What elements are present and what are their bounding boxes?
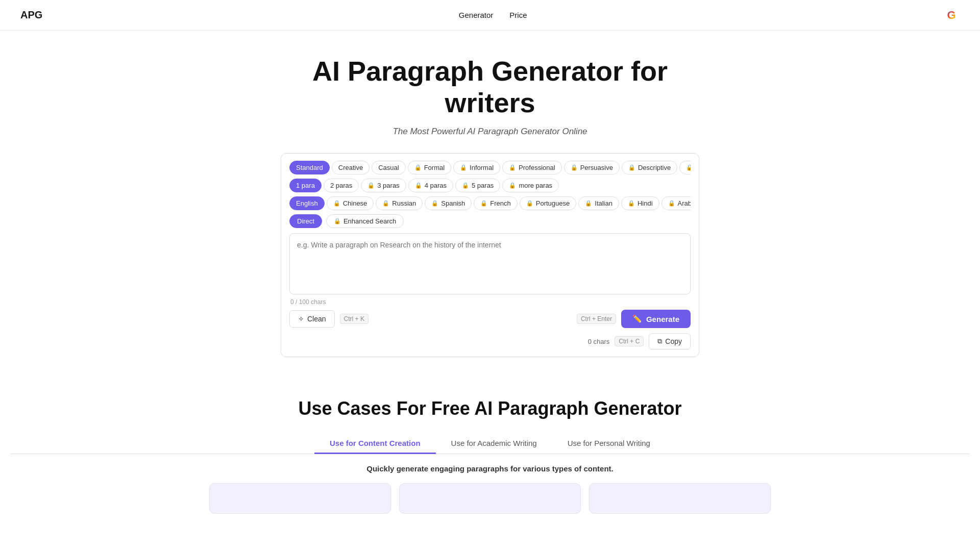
- lang-btn-arabic[interactable]: 🔒 Arabic: [662, 196, 691, 210]
- style-tab-persuasive[interactable]: 🔒 Persuasive: [564, 161, 620, 174]
- use-tab-content[interactable]: Use for Content Creation: [314, 434, 436, 454]
- para-tabs-row: 1 para 2 paras 🔒 3 paras 🔒 4 paras 🔒 5 p…: [289, 179, 691, 192]
- clean-shortcut: Ctrl + K: [340, 314, 369, 324]
- use-card-1: [209, 483, 391, 514]
- prompt-input[interactable]: [289, 233, 691, 294]
- lang-btn-chinese[interactable]: 🔒 Chinese: [327, 196, 374, 210]
- para-btn-3[interactable]: 🔒 3 paras: [361, 179, 406, 192]
- nav-generator[interactable]: Generator: [459, 11, 494, 19]
- lang-btn-french[interactable]: 🔒 French: [474, 196, 517, 210]
- generator-widget: Standard Creative Casual 🔒 Formal 🔒 Info…: [281, 153, 699, 357]
- app-logo[interactable]: APG: [20, 9, 42, 21]
- para-btn-4[interactable]: 🔒 4 paras: [408, 179, 453, 192]
- use-case-description: Quickly generate engaging paragraphs for…: [10, 464, 970, 473]
- copy-shortcut: Ctrl + C: [615, 336, 644, 346]
- lang-btn-spanish[interactable]: 🔒 Spanish: [425, 196, 472, 210]
- lang-tabs-row: English 🔒 Chinese 🔒 Russian 🔒 Spanish 🔒 …: [289, 196, 691, 210]
- char-count: 0 / 100 chars: [289, 298, 691, 306]
- use-card-2: [399, 483, 581, 514]
- style-tabs-row: Standard Creative Casual 🔒 Formal 🔒 Info…: [289, 161, 691, 174]
- para-btn-more[interactable]: 🔒 more paras: [502, 179, 559, 192]
- generate-shortcut: Ctrl + Enter: [577, 314, 616, 324]
- style-tab-casual[interactable]: Casual: [372, 161, 405, 174]
- action-row: ✧ Clean Ctrl + K Ctrl + Enter ✏️ Generat…: [289, 310, 691, 328]
- copy-button[interactable]: ⧉ Copy: [649, 333, 691, 349]
- output-char-count: 0 chars: [588, 338, 610, 345]
- mode-btn-enhanced[interactable]: 🔒 Enhanced Search: [326, 214, 404, 228]
- mode-tabs-row: Direct 🔒 Enhanced Search: [289, 214, 691, 228]
- hero-section: AI Paragraph Generator for writers The M…: [0, 31, 980, 153]
- lang-btn-russian[interactable]: 🔒 Russian: [376, 196, 423, 210]
- clean-button[interactable]: ✧ Clean: [289, 310, 335, 328]
- style-tab-professional[interactable]: 🔒 Professional: [502, 161, 562, 174]
- para-btn-1[interactable]: 1 para: [289, 179, 322, 192]
- navbar: APG Generator Price G: [0, 0, 980, 31]
- use-cases-section: Use Cases For Free AI Paragraph Generato…: [0, 388, 980, 534]
- widget-container: Standard Creative Casual 🔒 Formal 🔒 Info…: [271, 153, 709, 357]
- style-tab-creative[interactable]: Creative: [332, 161, 370, 174]
- lang-btn-english[interactable]: English: [289, 196, 325, 210]
- use-case-cards: [209, 483, 771, 514]
- use-case-tabs: Use for Content Creation Use for Academi…: [10, 434, 970, 454]
- google-icon[interactable]: G: [943, 7, 960, 23]
- style-tab-narrative[interactable]: 🔒 Narrative: [679, 161, 691, 174]
- lang-btn-italian[interactable]: 🔒 Italian: [578, 196, 619, 210]
- use-cases-title: Use Cases For Free AI Paragraph Generato…: [10, 398, 970, 419]
- clean-icon: ✧: [298, 315, 304, 323]
- copy-icon: ⧉: [657, 337, 662, 345]
- textarea-wrapper: 0 / 100 chars: [289, 233, 691, 306]
- nav-price[interactable]: Price: [509, 11, 527, 19]
- para-btn-5[interactable]: 🔒 5 paras: [455, 179, 500, 192]
- hero-subtitle: The Most Powerful AI Paragraph Generator…: [10, 127, 970, 137]
- mode-btn-direct[interactable]: Direct: [289, 214, 322, 228]
- style-tab-informal[interactable]: 🔒 Informal: [453, 161, 500, 174]
- output-row: 0 chars Ctrl + C ⧉ Copy: [289, 333, 691, 349]
- use-tab-personal[interactable]: Use for Personal Writing: [552, 434, 666, 454]
- use-tab-academic[interactable]: Use for Academic Writing: [436, 434, 552, 454]
- lang-btn-portuguese[interactable]: 🔒 Portuguese: [520, 196, 577, 210]
- lang-btn-hindi[interactable]: 🔒 Hindi: [621, 196, 659, 210]
- para-btn-2[interactable]: 2 paras: [324, 179, 359, 192]
- generate-button[interactable]: ✏️ Generate: [621, 310, 691, 328]
- style-tab-formal[interactable]: 🔒 Formal: [408, 161, 451, 174]
- generate-icon: ✏️: [632, 314, 642, 323]
- nav-links: Generator Price: [459, 11, 527, 19]
- hero-title: AI Paragraph Generator for writers: [291, 55, 689, 118]
- style-tab-standard[interactable]: Standard: [289, 161, 330, 174]
- use-card-3: [589, 483, 771, 514]
- style-tab-descriptive[interactable]: 🔒 Descriptive: [622, 161, 677, 174]
